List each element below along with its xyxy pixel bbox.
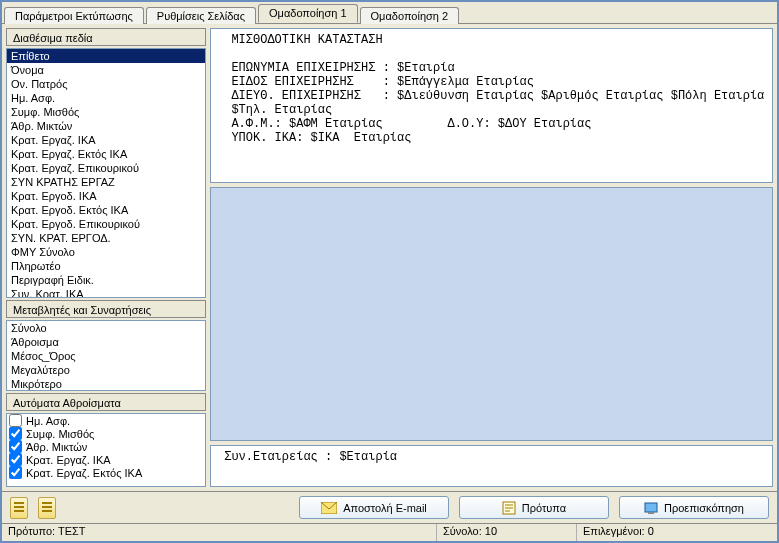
send-email-label: Αποστολή E-mail <box>343 502 427 514</box>
list-item[interactable]: Ον. Πατρός <box>7 77 205 91</box>
editor-body-section[interactable] <box>210 187 773 441</box>
auto-sum-checkbox[interactable] <box>9 466 22 479</box>
auto-sum-label: Κρατ. Εργαζ. ΙΚΑ <box>26 454 111 466</box>
auto-sum-label: Κρατ. Εργαζ. Εκτός ΙΚΑ <box>26 467 142 479</box>
auto-sum-checkbox[interactable] <box>9 414 22 427</box>
auto-sums-list[interactable]: Ημ. Ασφ.Συμφ. ΜισθόςΆθρ. ΜικτώνΚρατ. Εργ… <box>6 413 206 487</box>
editor-header-section[interactable]: ΜΙΣΘΟΔΟΤΙΚΗ ΚΑΤΑΣΤΑΣΗ ΕΠΩΝΥΜΙΑ ΕΠΙΧΕΙΡΗΣ… <box>210 28 773 183</box>
list-item[interactable]: Κρατ. Εργαζ. Εκτός ΙΚΑ <box>7 147 205 161</box>
list-item[interactable]: Κρατ. Εργαζ. Επικουρικού <box>7 161 205 175</box>
list-item[interactable]: Κρατ. Εργοδ. ΙΚΑ <box>7 189 205 203</box>
list-item[interactable]: ΣΥΝ ΚΡΑΤΗΣ ΕΡΓΑΖ <box>7 175 205 189</box>
list-item[interactable]: Συν. Κρατ. ΙΚΑ <box>7 287 205 298</box>
list-item[interactable]: Σύνολο <box>7 321 205 335</box>
auto-sum-checkbox[interactable] <box>9 453 22 466</box>
list-item[interactable]: Μικρότερο <box>7 377 205 391</box>
list-item[interactable]: Περιγραφή Ειδικ. <box>7 273 205 287</box>
bottom-toolbar: Αποστολή E-mail Πρότυπα Προεπισκόπηση <box>2 491 777 523</box>
tab-1[interactable]: Ρυθμίσεις Σελίδας <box>146 7 256 24</box>
list-item[interactable]: Κρατ. Εργοδ. Εκτός ΙΚΑ <box>7 203 205 217</box>
tab-3[interactable]: Ομαδοποίηση 2 <box>360 7 460 24</box>
status-total: Σύνολο: 10 <box>437 524 577 541</box>
svg-rect-2 <box>645 503 657 512</box>
status-bar: Πρότυπο: ΤΕΣΤ Σύνολο: 10 Επιλεγμένοι: 0 <box>2 523 777 541</box>
list-item[interactable]: Κρατ. Εργοδ. Επικουρικού <box>7 217 205 231</box>
list-item[interactable]: ΣΥΝ. ΚΡΑΤ. ΕΡΓΟΔ. <box>7 231 205 245</box>
auto-sum-checkbox[interactable] <box>9 440 22 453</box>
email-icon <box>321 502 337 514</box>
list-item[interactable]: ΦΜΥ Σύνολο <box>7 245 205 259</box>
vars-header: Μεταβλητές και Συναρτήσεις <box>6 300 206 318</box>
send-email-button[interactable]: Αποστολή E-mail <box>299 496 449 519</box>
preview-icon <box>644 502 658 514</box>
vars-list[interactable]: ΣύνολοΆθροισμαΜέσος_ΌροςΜεγαλύτεροΜικρότ… <box>6 320 206 391</box>
templates-label: Πρότυπα <box>522 502 566 514</box>
auto-sums-header: Αυτόματα Αθροίσματα <box>6 393 206 411</box>
available-fields-list[interactable]: ΕπίθετοΌνομαΟν. ΠατρόςΗμ. Ασφ.Συμφ. Μισθ… <box>6 48 206 298</box>
auto-sum-row[interactable]: Συμφ. Μισθός <box>7 427 205 440</box>
status-selected: Επιλεγμένοι: 0 <box>577 524 777 541</box>
status-prototype: Πρότυπο: ΤΕΣΤ <box>2 524 437 541</box>
tab-bar: Παράμετροι ΕκτύπωσηςΡυθμίσεις ΣελίδαςΟμα… <box>2 2 777 24</box>
list-item[interactable]: Όνομα <box>7 63 205 77</box>
auto-sum-row[interactable]: Ημ. Ασφ. <box>7 414 205 427</box>
auto-sum-checkbox[interactable] <box>9 427 22 440</box>
list-item[interactable]: Άθρ. Μικτών <box>7 119 205 133</box>
template-icon <box>502 501 516 515</box>
auto-sum-label: Ημ. Ασφ. <box>26 415 70 427</box>
list-item[interactable]: Μέσος_Όρος <box>7 349 205 363</box>
templates-button[interactable]: Πρότυπα <box>459 496 609 519</box>
doc-icon[interactable] <box>10 497 28 519</box>
preview-label: Προεπισκόπηση <box>664 502 744 514</box>
svg-rect-3 <box>648 512 654 514</box>
list-item[interactable]: Επίθετο <box>7 49 205 63</box>
list-item[interactable]: Συμφ. Μισθός <box>7 105 205 119</box>
auto-sum-row[interactable]: Κρατ. Εργαζ. Εκτός ΙΚΑ <box>7 466 205 479</box>
auto-sum-label: Άθρ. Μικτών <box>26 441 87 453</box>
tab-0[interactable]: Παράμετροι Εκτύπωσης <box>4 7 144 24</box>
auto-sum-row[interactable]: Άθρ. Μικτών <box>7 440 205 453</box>
list-item[interactable]: Πληρωτέο <box>7 259 205 273</box>
available-fields-header: Διαθέσιμα πεδία <box>6 28 206 46</box>
editor-footer-section[interactable]: Συν.Εταιρείας : $Εταιρία <box>210 445 773 487</box>
preview-button[interactable]: Προεπισκόπηση <box>619 496 769 519</box>
list-item[interactable]: Ημ. Ασφ. <box>7 91 205 105</box>
auto-sum-label: Συμφ. Μισθός <box>26 428 94 440</box>
auto-sum-row[interactable]: Κρατ. Εργαζ. ΙΚΑ <box>7 453 205 466</box>
list-item[interactable]: Μεγαλύτερο <box>7 363 205 377</box>
tab-2[interactable]: Ομαδοποίηση 1 <box>258 4 358 23</box>
list-item[interactable]: Κρατ. Εργαζ. ΙΚΑ <box>7 133 205 147</box>
doc-icon-2[interactable] <box>38 497 56 519</box>
list-item[interactable]: Άθροισμα <box>7 335 205 349</box>
